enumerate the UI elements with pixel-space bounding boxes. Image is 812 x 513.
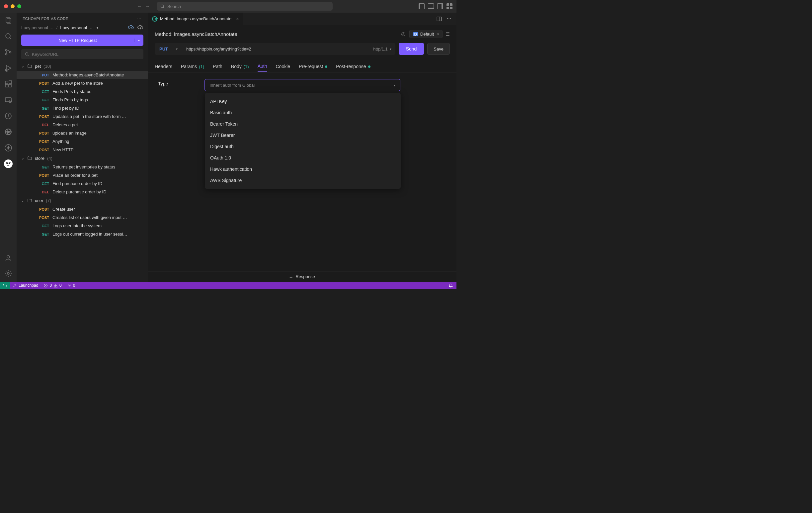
problems-button[interactable]: 0 0 xyxy=(41,283,64,288)
new-request-button[interactable]: New HTTP Request ▾ xyxy=(21,34,143,46)
echoapi-icon[interactable] xyxy=(4,160,12,168)
tree-item[interactable]: POST Creates list of users with given in… xyxy=(17,213,148,222)
minimize-window[interactable] xyxy=(11,4,14,8)
tree-item[interactable]: POST Updates a pet in the store with for… xyxy=(17,112,148,120)
breadcrumb-parent[interactable]: Lucy personal … xyxy=(21,25,54,30)
tree-item[interactable]: DEL Deletes a pet xyxy=(17,120,148,129)
method-select[interactable]: PUT ▾ xyxy=(155,43,182,55)
tree-item[interactable]: DEL Delete purchase order by ID xyxy=(17,188,148,196)
remote-icon[interactable] xyxy=(4,96,12,104)
close-window[interactable] xyxy=(4,4,8,8)
auth-panel: Type Inherit auth from Global ▾ API KeyB… xyxy=(148,73,457,98)
maximize-window[interactable] xyxy=(17,4,21,8)
globe-icon[interactable] xyxy=(4,128,12,136)
target-icon[interactable] xyxy=(401,32,406,37)
new-request-dropdown[interactable]: ▾ xyxy=(134,38,143,42)
method-badge: POST xyxy=(36,131,49,135)
svg-point-29 xyxy=(15,285,16,286)
send-button[interactable]: Send xyxy=(399,43,424,55)
tree-item[interactable]: POST Anything xyxy=(17,137,148,145)
split-editor-icon[interactable] xyxy=(436,16,442,22)
remote-indicator[interactable] xyxy=(0,282,10,289)
tree-item[interactable]: POST uploads an image xyxy=(17,129,148,137)
extensions-icon[interactable] xyxy=(4,80,12,88)
tree-item[interactable]: GET Returns pet inventories by status xyxy=(17,163,148,171)
dropdown-item[interactable]: API Key xyxy=(205,96,401,107)
thunder-icon[interactable] xyxy=(4,143,12,152)
sidebar-filter[interactable]: Keyword/URL xyxy=(21,49,143,59)
tree-folder[interactable]: ⌄ store (4) xyxy=(17,154,148,163)
debug-icon[interactable] xyxy=(4,64,12,73)
tab-path[interactable]: Path xyxy=(213,61,223,72)
environment-select[interactable]: D Default ▾ xyxy=(409,30,442,38)
tree-item[interactable]: PUT Method: images.asyncBatchAnnotate xyxy=(17,71,148,79)
auth-type-select[interactable]: Inherit auth from Global ▾ xyxy=(204,79,400,91)
layout-icon-2[interactable] xyxy=(428,3,434,9)
close-icon[interactable]: × xyxy=(236,16,239,22)
dropdown-item[interactable]: JWT Bearer xyxy=(205,130,401,141)
tree-item[interactable]: GET Find purchase order by ID xyxy=(17,180,148,188)
activity-bar xyxy=(0,12,17,282)
source-control-icon[interactable] xyxy=(4,48,12,56)
launchpad-button[interactable]: Launchpad xyxy=(10,283,41,288)
auth-type-dropdown: API KeyBasic authBearer TokenJWT BearerD… xyxy=(205,93,401,189)
tree-item[interactable]: GET Logs out current logged in user sess… xyxy=(17,230,148,238)
tree-item[interactable]: GET Find pet by ID xyxy=(17,104,148,112)
svg-line-5 xyxy=(10,37,11,39)
tree-item[interactable]: GET Finds Pets by tags xyxy=(17,96,148,104)
sidebar-more-icon[interactable]: ⋯ xyxy=(137,16,142,21)
timeline-icon[interactable] xyxy=(4,112,12,120)
titlebar-right xyxy=(418,3,453,9)
method-badge: GET xyxy=(36,232,49,236)
tab-params[interactable]: Params(1) xyxy=(181,61,204,72)
settings-icon[interactable] xyxy=(4,269,12,278)
item-label: Updates a pet in the store with form … xyxy=(53,114,126,119)
account-icon[interactable] xyxy=(4,254,12,263)
global-search[interactable]: Search xyxy=(157,2,332,11)
sidebar-tree: ⌄ pet (10)PUT Method: images.asyncBatchA… xyxy=(17,62,148,282)
tab-pre-request[interactable]: Pre-request xyxy=(299,61,327,72)
cloud-upload-icon[interactable] xyxy=(128,25,134,31)
tree-folder[interactable]: ⌄ user (7) xyxy=(17,196,148,205)
tree-item[interactable]: POST Place an order for a pet xyxy=(17,171,148,180)
tree-item[interactable]: GET Finds Pets by status xyxy=(17,87,148,96)
search-icon[interactable] xyxy=(4,32,12,40)
item-label: Method: images.asyncBatchAnnotate xyxy=(53,73,124,77)
item-label: New HTTP xyxy=(53,147,74,152)
tree-item[interactable]: GET Logs user into the system xyxy=(17,222,148,230)
tab-body[interactable]: Body(1) xyxy=(231,61,249,72)
tab-headers[interactable]: Headers xyxy=(155,61,172,72)
ports-button[interactable]: 0 xyxy=(64,283,78,288)
layout-icon-4[interactable] xyxy=(446,3,453,9)
tree-item[interactable]: POST Add a new pet to the store xyxy=(17,79,148,87)
tree-item[interactable]: POST Create user xyxy=(17,205,148,213)
tree-item[interactable]: POST New HTTP xyxy=(17,145,148,154)
chevron-down-icon[interactable]: ▾ xyxy=(96,26,98,30)
tab-auth[interactable]: Auth xyxy=(258,61,267,72)
tab-post-response[interactable]: Post-response xyxy=(336,61,370,72)
editor-more-icon[interactable]: ⋯ xyxy=(447,16,452,22)
dropdown-item[interactable]: AWS Signature xyxy=(205,175,401,186)
method-badge: POST xyxy=(36,148,49,152)
breadcrumb-current[interactable]: Lucy personal … xyxy=(60,25,93,30)
tab-cookie[interactable]: Cookie xyxy=(276,61,290,72)
dropdown-item[interactable]: OAuth 1.0 xyxy=(205,152,401,163)
save-button[interactable]: Save xyxy=(427,43,450,55)
nav-back-icon[interactable]: ← xyxy=(137,3,142,9)
dropdown-item[interactable]: Digest auth xyxy=(205,141,401,152)
hamburger-icon[interactable]: ☰ xyxy=(446,32,450,36)
cloud-download-icon[interactable] xyxy=(138,25,143,31)
dropdown-item[interactable]: Bearer Token xyxy=(205,118,401,130)
layout-icon-3[interactable] xyxy=(437,3,443,9)
nav-forward-icon[interactable]: → xyxy=(145,3,150,9)
tree-folder[interactable]: ⌄ pet (10) xyxy=(17,62,148,71)
dropdown-item[interactable]: Basic auth xyxy=(205,107,401,118)
explorer-icon[interactable] xyxy=(4,16,12,25)
editor-tab[interactable]: HTTP Method: images.asyncBatchAnnotate × xyxy=(148,12,243,25)
layout-icon-1[interactable] xyxy=(418,3,425,9)
protocol-select[interactable]: http/1.1 ▾ xyxy=(373,47,391,52)
notifications-button[interactable] xyxy=(446,283,457,288)
url-input[interactable]: https://httpbin.org/anything?title=2 htt… xyxy=(182,43,395,55)
dropdown-item[interactable]: Hawk authentication xyxy=(205,163,401,175)
response-bar[interactable]: ︽ Response xyxy=(148,271,457,282)
